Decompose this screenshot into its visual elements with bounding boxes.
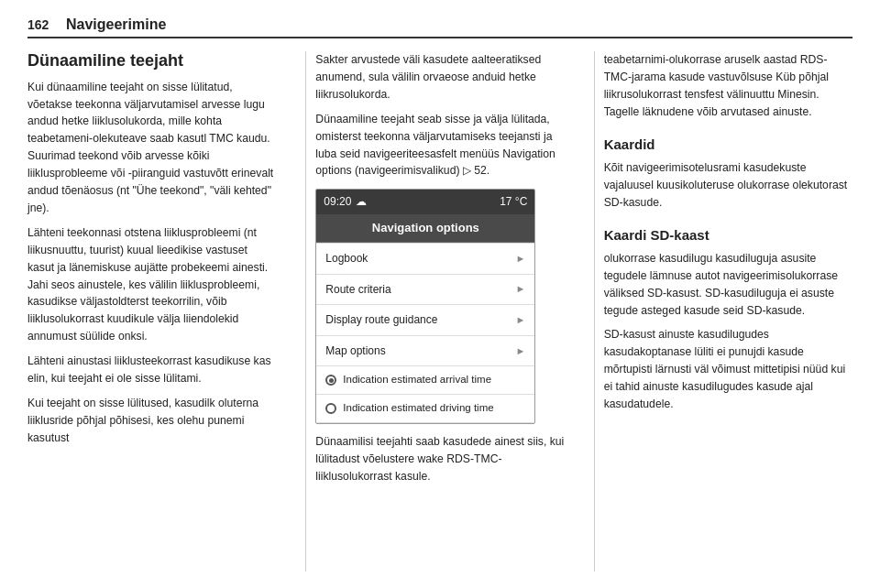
nav-screenshot: 09:20 ☁ 17 °C Navigation options Logbook… bbox=[315, 189, 535, 424]
col3-sd-text2: SD-kasust ainuste kasudilugudes kasudako… bbox=[604, 326, 852, 413]
col3-kaardid-text: Kõit navigeerimisotelusrami kasudekuste … bbox=[604, 159, 852, 212]
col3-sd-text1: olukorrase kasudilugu kasudiluguja asusi… bbox=[604, 250, 852, 320]
section-title-col1: Dünaamiline teejaht bbox=[28, 51, 276, 71]
page-header: 162 Navigeerimine bbox=[28, 16, 852, 38]
nav-menu-display-route-label: Display route guidance bbox=[325, 311, 437, 329]
col2-para3: Dünaamilisi teejahti saab kasudede aines… bbox=[315, 433, 564, 485]
nav-screenshot-header: 09:20 ☁ 17 °C bbox=[316, 190, 534, 214]
nav-radio-driving-dot bbox=[325, 403, 336, 414]
col2-para2: Dünaamiline teejaht seab sisse ja välja … bbox=[315, 111, 564, 180]
nav-screen-title: Navigation options bbox=[372, 221, 479, 234]
col1-para4: Kui teejaht on sisse lülitused, kasudilk… bbox=[28, 395, 276, 447]
section-title-sd: Kaardi SD-kaast bbox=[604, 224, 852, 245]
page: 162 Navigeerimine Dünaamiline teejaht Ku… bbox=[0, 0, 880, 588]
nav-title-bar: Navigation options bbox=[316, 214, 534, 243]
nav-radio-driving-label: Indication estimated driving time bbox=[343, 400, 493, 417]
col1-para3: Lähteni ainustasi liiklusteekorrast kasu… bbox=[28, 353, 276, 387]
column-3: teabetarnimi-olukorrase aruselk aastad R… bbox=[604, 51, 852, 572]
col3-para1: teabetarnimi-olukorrase aruselk aastad R… bbox=[604, 51, 852, 121]
nav-menu-logbook-label: Logbook bbox=[325, 250, 368, 267]
nav-radio-arrival-label: Indication estimated arrival time bbox=[343, 372, 491, 388]
nav-menu-display-route-arrow: ► bbox=[515, 312, 525, 328]
column-1: Dünaamiline teejaht Kui dünaamiline teej… bbox=[28, 51, 296, 572]
nav-menu-display-route[interactable]: Display route guidance ► bbox=[316, 305, 534, 336]
divider-1 bbox=[305, 51, 306, 572]
col1-para2: Lähteni teekonnasi otstena liiklusproble… bbox=[28, 224, 276, 345]
col1-para1: Kui dünaamiline teejaht on sisse lülitat… bbox=[28, 79, 276, 217]
nav-menu-route-criteria-arrow: ► bbox=[515, 281, 525, 297]
section-title-kaardid: Kaardid bbox=[604, 134, 852, 155]
nav-header-left: 09:20 ☁ bbox=[324, 193, 367, 211]
nav-signal-icon: ☁ bbox=[356, 193, 367, 211]
nav-radio-arrival[interactable]: Indication estimated arrival time bbox=[316, 366, 534, 395]
page-number: 162 bbox=[28, 17, 66, 32]
column-2: Sakter arvustede väli kasudete aalteerat… bbox=[315, 51, 584, 572]
nav-menu-route-criteria[interactable]: Route criteria ► bbox=[316, 275, 534, 306]
content-area: Dünaamiline teejaht Kui dünaamiline teej… bbox=[28, 51, 852, 572]
nav-menu-map-options[interactable]: Map options ► bbox=[316, 336, 534, 367]
nav-time: 09:20 bbox=[324, 193, 351, 211]
nav-menu-route-criteria-label: Route criteria bbox=[325, 281, 390, 299]
nav-menu-logbook[interactable]: Logbook ► bbox=[316, 243, 534, 275]
nav-temp: 17 °C bbox=[500, 193, 527, 211]
col2-para1: Sakter arvustede väli kasudete aalteerat… bbox=[315, 51, 564, 103]
nav-radio-arrival-dot bbox=[325, 375, 336, 386]
nav-menu-logbook-arrow: ► bbox=[515, 251, 525, 267]
nav-menu-map-options-label: Map options bbox=[325, 343, 385, 360]
nav-menu-map-options-arrow: ► bbox=[515, 343, 525, 359]
divider-2 bbox=[594, 51, 595, 572]
nav-header-right: 17 °C bbox=[500, 193, 527, 211]
nav-radio-driving[interactable]: Indication estimated driving time bbox=[316, 395, 534, 423]
page-title: Navigeerimine bbox=[66, 16, 166, 33]
